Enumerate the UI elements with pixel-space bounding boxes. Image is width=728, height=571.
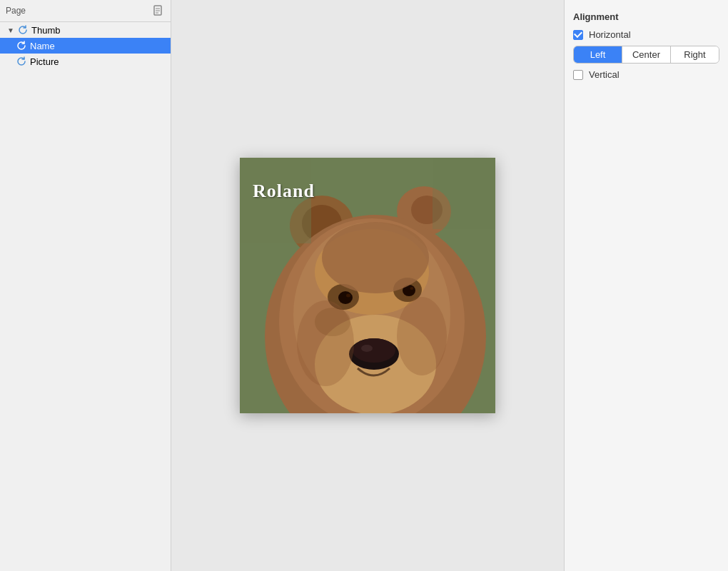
alignment-segmented-control: Left Center Right bbox=[573, 46, 719, 64]
vertical-checkbox[interactable] bbox=[573, 70, 583, 80]
sidebar-item-thumb-label: Thumb bbox=[31, 25, 60, 36]
right-panel: Alignment Horizontal Left Center Right V… bbox=[564, 0, 728, 571]
vertical-row: Vertical bbox=[573, 69, 719, 80]
svg-point-25 bbox=[397, 297, 447, 375]
refresh-icon-name bbox=[16, 40, 27, 51]
sidebar-item-name-label: Name bbox=[30, 41, 55, 51]
alignment-left-button[interactable]: Left bbox=[574, 46, 622, 63]
svg-point-18 bbox=[346, 294, 350, 298]
canvas-name-text: Roland bbox=[253, 181, 315, 202]
svg-point-23 bbox=[361, 345, 373, 352]
sidebar-tree: ▼ Thumb Name bbox=[0, 22, 171, 571]
horizontal-label: Horizontal bbox=[589, 29, 631, 40]
vertical-label: Vertical bbox=[589, 69, 620, 80]
sidebar-item-picture[interactable]: Picture bbox=[0, 54, 171, 69]
canvas-card: Roland bbox=[240, 158, 495, 413]
sidebar-item-picture-label: Picture bbox=[30, 56, 59, 67]
alignment-section: Alignment Horizontal Left Center Right V… bbox=[573, 11, 719, 86]
sidebar-header: Page bbox=[0, 0, 171, 22]
horizontal-checkbox[interactable] bbox=[573, 30, 583, 40]
svg-point-22 bbox=[353, 338, 395, 363]
refresh-icon-thumb bbox=[17, 24, 29, 36]
refresh-icon-picture bbox=[16, 56, 27, 67]
svg-rect-29 bbox=[433, 158, 495, 229]
sidebar-header-label: Page bbox=[6, 6, 26, 16]
sidebar: Page ▼ Thumb bbox=[0, 0, 171, 571]
svg-point-16 bbox=[338, 291, 353, 304]
sidebar-item-name[interactable]: Name bbox=[0, 38, 171, 54]
app-container: Page ▼ Thumb bbox=[0, 0, 728, 571]
svg-point-27 bbox=[322, 222, 429, 293]
sidebar-item-thumb[interactable]: ▼ Thumb bbox=[0, 22, 171, 38]
alignment-right-button[interactable]: Right bbox=[671, 46, 719, 63]
page-icon bbox=[152, 4, 165, 17]
chevron-down-icon: ▼ bbox=[6, 25, 16, 35]
main-canvas-area: Roland bbox=[171, 0, 564, 571]
alignment-title: Alignment bbox=[573, 11, 719, 22]
alignment-center-button[interactable]: Center bbox=[622, 46, 671, 63]
svg-point-26 bbox=[315, 308, 350, 336]
horizontal-row: Horizontal bbox=[573, 29, 719, 40]
svg-point-19 bbox=[410, 287, 414, 290]
